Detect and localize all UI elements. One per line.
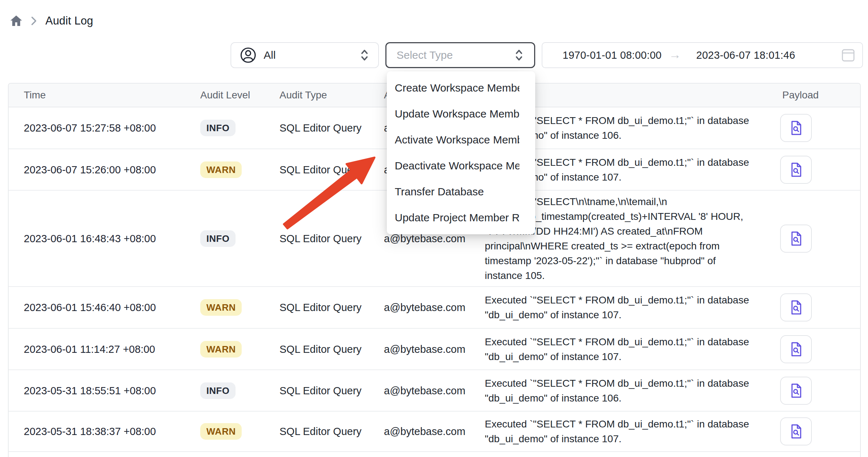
cell-actor: a@bytebase.com bbox=[384, 302, 465, 314]
cell-comment: Executed `"SELECT * FROM db_ui_demo.t1;"… bbox=[485, 376, 749, 405]
audit-level-badge: INFO bbox=[200, 382, 236, 399]
view-payload-button[interactable] bbox=[780, 225, 812, 253]
table-row: 2023-06-01 15:46:40 +08:00 WARN SQL Edit… bbox=[9, 287, 860, 329]
home-icon[interactable] bbox=[10, 15, 22, 27]
cell-audit-type: SQL Editor Query bbox=[279, 122, 362, 134]
audit-level-badge: INFO bbox=[200, 230, 236, 247]
page-title: Audit Log bbox=[45, 14, 93, 27]
type-filter-select[interactable]: Select Type bbox=[385, 42, 535, 68]
cell-comment: Executed `"SELECT * FROM db_ui_demo.t1;"… bbox=[485, 334, 749, 364]
cell-actor: a@bytebase.com bbox=[384, 385, 465, 396]
date-range-picker[interactable]: 1970-01-01 08:00:00 → 2023-06-07 18:01:4… bbox=[542, 42, 863, 68]
select-arrows-icon bbox=[514, 49, 524, 62]
file-search-icon bbox=[788, 341, 804, 357]
table-row-partial bbox=[9, 452, 860, 457]
date-range-arrow-icon: → bbox=[669, 48, 681, 62]
actor-filter-select[interactable]: All bbox=[231, 42, 379, 68]
col-header-level: Audit Level bbox=[200, 89, 250, 101]
table-row: 2023-05-31 18:38:37 +08:00 WARN SQL Edit… bbox=[9, 412, 860, 452]
cell-time: 2023-05-31 18:55:51 +08:00 bbox=[24, 385, 156, 396]
select-arrows-icon bbox=[359, 49, 370, 62]
cell-comment: Executed `"SELECT * FROM db_ui_demo.t1;"… bbox=[485, 293, 749, 322]
cell-audit-type: SQL Editor Query bbox=[279, 343, 362, 355]
dropdown-option-transfer-database[interactable]: Transfer Database bbox=[387, 179, 535, 205]
file-search-icon bbox=[788, 162, 804, 178]
view-payload-button[interactable] bbox=[780, 293, 812, 321]
col-header-payload: Payload bbox=[782, 89, 819, 101]
audit-level-badge: WARN bbox=[200, 299, 242, 316]
audit-level-badge: WARN bbox=[200, 341, 242, 358]
audit-log-page: Audit Log All Select Type 1970-01-01 08:… bbox=[0, 0, 868, 457]
date-range-end[interactable]: 2023-06-07 18:01:46 bbox=[696, 49, 795, 61]
col-header-type: Audit Type bbox=[279, 89, 327, 101]
breadcrumb: Audit Log bbox=[10, 14, 93, 27]
file-search-icon bbox=[788, 120, 804, 136]
cell-time: 2023-06-01 16:48:43 +08:00 bbox=[24, 232, 156, 244]
cell-actor: a@bytebase.com bbox=[384, 426, 465, 438]
dropdown-option-create-workspace-member[interactable]: Create Workspace Member bbox=[387, 75, 535, 101]
dropdown-option-deactivate-workspace-member[interactable]: Deactivate Workspace Member bbox=[387, 153, 535, 179]
audit-level-badge: WARN bbox=[200, 423, 242, 440]
cell-time: 2023-06-07 15:26:00 +08:00 bbox=[24, 164, 156, 176]
cell-actor: a@bytebase.com bbox=[384, 343, 465, 355]
view-payload-button[interactable] bbox=[780, 114, 812, 142]
view-payload-button[interactable] bbox=[780, 335, 812, 363]
audit-level-badge: INFO bbox=[200, 120, 236, 136]
cell-audit-type: SQL Editor Query bbox=[279, 426, 362, 438]
dropdown-option-activate-workspace-member[interactable]: Activate Workspace Member bbox=[387, 127, 535, 153]
dropdown-option-update-workspace-member[interactable]: Update Workspace Member bbox=[387, 101, 535, 127]
type-filter-placeholder: Select Type bbox=[397, 49, 453, 61]
file-search-icon bbox=[788, 423, 804, 439]
audit-level-badge: WARN bbox=[200, 161, 242, 178]
file-search-icon bbox=[788, 383, 804, 399]
cell-audit-type: SQL Editor Query bbox=[279, 302, 362, 314]
file-search-icon bbox=[788, 231, 804, 247]
type-dropdown-menu: Create Workspace Member Update Workspace… bbox=[387, 71, 535, 234]
view-payload-button[interactable] bbox=[780, 417, 812, 445]
cell-comment: Executed `"SELECT * FROM db_ui_demo.t1;"… bbox=[485, 417, 749, 446]
calendar-icon bbox=[841, 48, 855, 62]
cell-time: 2023-06-07 15:27:58 +08:00 bbox=[24, 122, 156, 134]
cell-time: 2023-06-01 15:46:40 +08:00 bbox=[24, 302, 156, 314]
cell-time: 2023-05-31 18:38:37 +08:00 bbox=[24, 426, 156, 438]
dropdown-option-update-project-member[interactable]: Update Project Member Role bbox=[387, 205, 535, 231]
cell-audit-type: SQL Editor Query bbox=[279, 164, 362, 176]
table-row: 2023-05-31 18:55:51 +08:00 INFO SQL Edit… bbox=[9, 370, 860, 412]
view-payload-button[interactable] bbox=[780, 377, 812, 405]
col-header-time: Time bbox=[24, 89, 46, 101]
cell-time: 2023-06-01 11:14:27 +08:00 bbox=[24, 343, 155, 355]
breadcrumb-chevron-icon bbox=[31, 16, 37, 26]
table-row: 2023-06-01 11:14:27 +08:00 WARN SQL Edit… bbox=[9, 329, 860, 370]
file-search-icon bbox=[788, 300, 804, 315]
cell-audit-type: SQL Editor Query bbox=[279, 385, 362, 396]
user-circle-icon bbox=[240, 47, 256, 63]
view-payload-button[interactable] bbox=[780, 156, 812, 184]
cell-audit-type: SQL Editor Query bbox=[279, 232, 362, 244]
date-range-start[interactable]: 1970-01-01 08:00:00 bbox=[563, 49, 662, 61]
actor-filter-value: All bbox=[264, 49, 276, 61]
